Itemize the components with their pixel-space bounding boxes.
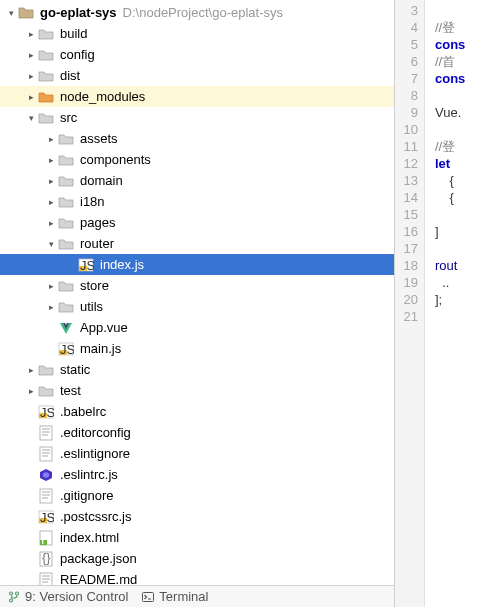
expand-arrow-icon[interactable]: ▸ (44, 216, 58, 230)
tree-item-utils[interactable]: ▸utils (0, 296, 394, 317)
expand-arrow-icon[interactable]: ▸ (24, 48, 38, 62)
tree-item-store[interactable]: ▸store (0, 275, 394, 296)
tree-item-src[interactable]: ▾src (0, 107, 394, 128)
line-number: 13 (395, 172, 418, 189)
line-number: 11 (395, 138, 418, 155)
tree-item-i18n[interactable]: ▸i18n (0, 191, 394, 212)
svg-text:JS: JS (60, 342, 74, 357)
tree-item--eslintignore[interactable]: ▸.eslintignore (0, 443, 394, 464)
expand-arrow-icon[interactable]: ▸ (44, 174, 58, 188)
tree-item-go-eplat-sys[interactable]: ▾go-eplat-sysD:\nodeProject\go-eplat-sys (0, 2, 394, 23)
code-line: ] (435, 223, 502, 240)
editor-code[interactable]: //登cons//首cons Vue. //登let { { ] rout ..… (425, 0, 502, 607)
tree-item-label: .postcssrc.js (60, 509, 132, 524)
tree-item-domain[interactable]: ▸domain (0, 170, 394, 191)
js-icon: JS (78, 257, 94, 273)
folder-icon (38, 47, 54, 63)
tree-item-label: store (80, 278, 109, 293)
expand-arrow-icon[interactable]: ▸ (44, 153, 58, 167)
tree-item-test[interactable]: ▸test (0, 380, 394, 401)
tree-item-path: D:\nodeProject\go-eplat-sys (123, 5, 283, 20)
line-number: 20 (395, 291, 418, 308)
tree-item-label: package.json (60, 551, 137, 566)
line-number: 9 (395, 104, 418, 121)
editor-gutter: 3456789101112131415161718192021 (395, 0, 425, 607)
expand-arrow-icon[interactable]: ▸ (24, 69, 38, 83)
tree-item-label: index.html (60, 530, 119, 545)
code-line: //登 (435, 19, 502, 36)
tree-item--eslintrc-js[interactable]: ▸.eslintrc.js (0, 464, 394, 485)
tree-item-pages[interactable]: ▸pages (0, 212, 394, 233)
code-line: rout (435, 257, 502, 274)
vue-icon (58, 320, 74, 336)
expand-arrow-icon[interactable]: ▸ (44, 132, 58, 146)
tree-item-label: static (60, 362, 90, 377)
tree-item-assets[interactable]: ▸assets (0, 128, 394, 149)
tree-item-label: assets (80, 131, 118, 146)
expand-arrow-icon[interactable]: ▸ (44, 195, 58, 209)
line-number: 17 (395, 240, 418, 257)
line-number: 18 (395, 257, 418, 274)
terminal-icon (142, 591, 154, 603)
code-line: .. (435, 274, 502, 291)
folder-icon (38, 362, 54, 378)
expand-arrow-icon[interactable]: ▸ (24, 27, 38, 41)
svg-text:JS: JS (80, 258, 94, 273)
project-tree[interactable]: ▾go-eplat-sysD:\nodeProject\go-eplat-sys… (0, 0, 394, 585)
text-icon (38, 446, 54, 462)
text-icon (38, 572, 54, 586)
tree-item-node-modules[interactable]: ▸node_modules (0, 86, 394, 107)
line-number: 4 (395, 19, 418, 36)
tree-item-router[interactable]: ▾router (0, 233, 394, 254)
tree-item--babelrc[interactable]: ▸JS.babelrc (0, 401, 394, 422)
tree-item-app-vue[interactable]: ▸App.vue (0, 317, 394, 338)
project-tree-panel: ▾go-eplat-sysD:\nodeProject\go-eplat-sys… (0, 0, 395, 607)
terminal-tab[interactable]: Terminal (142, 589, 208, 604)
svg-rect-13 (40, 447, 52, 461)
folder-icon (58, 194, 74, 210)
tree-item-static[interactable]: ▸static (0, 359, 394, 380)
expand-arrow-icon[interactable]: ▸ (24, 363, 38, 377)
expand-arrow-icon[interactable]: ▾ (44, 237, 58, 251)
line-number: 16 (395, 223, 418, 240)
svg-rect-19 (40, 489, 52, 503)
tree-item-label: build (60, 26, 87, 41)
folder-icon (38, 383, 54, 399)
folder-icon (58, 215, 74, 231)
folder-root-icon (18, 5, 34, 21)
expand-arrow-icon[interactable]: ▸ (24, 384, 38, 398)
tree-item--postcssrc-js[interactable]: ▸JS.postcssrc.js (0, 506, 394, 527)
tree-item-index-html[interactable]: ▸Hindex.html (0, 527, 394, 548)
tree-item-main-js[interactable]: ▸JSmain.js (0, 338, 394, 359)
line-number: 19 (395, 274, 418, 291)
tree-item-config[interactable]: ▸config (0, 44, 394, 65)
expand-arrow-icon[interactable]: ▸ (44, 300, 58, 314)
line-number: 5 (395, 36, 418, 53)
eslint-icon (38, 467, 54, 483)
tree-item-build[interactable]: ▸build (0, 23, 394, 44)
version-control-tab[interactable]: 9: Version Control (8, 589, 128, 604)
tree-item-label: .gitignore (60, 488, 113, 503)
tree-item-index-js[interactable]: ▸JSindex.js (0, 254, 394, 275)
code-line: Vue. (435, 104, 502, 121)
tree-item-label: .eslintignore (60, 446, 130, 461)
tree-item-package-json[interactable]: ▸{}package.json (0, 548, 394, 569)
json-icon: {} (38, 551, 54, 567)
expand-arrow-icon[interactable]: ▾ (4, 6, 18, 20)
tree-item--editorconfig[interactable]: ▸.editorconfig (0, 422, 394, 443)
line-number: 7 (395, 70, 418, 87)
code-line (435, 121, 502, 138)
tree-item-components[interactable]: ▸components (0, 149, 394, 170)
folder-icon (38, 68, 54, 84)
tree-item-dist[interactable]: ▸dist (0, 65, 394, 86)
expand-arrow-icon[interactable]: ▸ (44, 279, 58, 293)
code-line: //首 (435, 53, 502, 70)
expand-arrow-icon[interactable]: ▸ (24, 90, 38, 104)
code-line: //登 (435, 138, 502, 155)
text-icon (38, 488, 54, 504)
tree-item--gitignore[interactable]: ▸.gitignore (0, 485, 394, 506)
svg-text:H: H (41, 532, 50, 546)
vcs-label: 9: Version Control (25, 589, 128, 604)
tree-item-readme-md[interactable]: ▸README.md (0, 569, 394, 585)
expand-arrow-icon[interactable]: ▾ (24, 111, 38, 125)
